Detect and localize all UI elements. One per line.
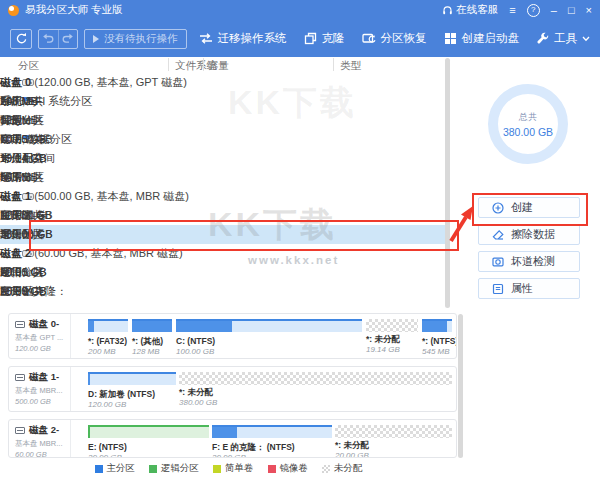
simple-volume-swatch [213, 465, 221, 473]
redo-button[interactable] [59, 30, 78, 48]
primary-partition-swatch [95, 465, 103, 473]
pending-operations-label: 没有待执行操作 [104, 32, 178, 46]
partition-recovery-label: 分区恢复 [381, 31, 427, 46]
surface-test-button[interactable]: 坏道检测 [478, 251, 580, 272]
partition-block[interactable]: F: E 的克隆： (NTFS) 20.00 GB [212, 425, 332, 438]
disk-map-2-info: 磁盘 2- 基本盘 MBR... 60.00 GB [9, 420, 71, 457]
partition-row[interactable]: F: E 的克隆： NTFS 15.89 GB 可用，共 20.00 GB 主分… [0, 282, 446, 301]
app-logo-icon [8, 5, 19, 16]
bootable-disk-icon [444, 32, 457, 45]
partition-row[interactable]: *: NTFS 86 MB 可用，共 545 MB 还原分区 [0, 168, 446, 187]
diskmap-scrollbar[interactable] [458, 314, 463, 458]
partition-recovery-button[interactable]: 分区恢复 [362, 31, 427, 46]
properties-button[interactable]: 属性 [478, 278, 580, 299]
partition-row[interactable]: D: 新加卷 NTFS 118.37 GB 可用，共 120.00 GB 主分区 [0, 206, 446, 225]
migrate-os-button[interactable]: 迁移操作系统 [199, 31, 287, 46]
undo-icon [42, 33, 54, 44]
disk-check-icon [492, 256, 504, 268]
wipe-data-button[interactable]: 擦除数据 [478, 224, 580, 245]
partition-row[interactable]: *: 其他 0 Byte 可用，共 128 MB 保留分区 [0, 111, 446, 130]
disk-name: 磁盘 2 [0, 247, 31, 259]
unallocated-block[interactable]: *: 未分配 19.14 GB [366, 319, 418, 332]
toolbar: 没有待执行操作 迁移操作系统 克隆 [0, 20, 600, 57]
header-divider [333, 58, 334, 71]
properties-label: 属性 [511, 281, 533, 296]
unallocated-swatch [322, 465, 330, 473]
partition-block[interactable]: *: (NTFS) 545 MB [422, 319, 452, 332]
donut-label: 总共 [519, 111, 537, 124]
close-button[interactable]: × [586, 0, 592, 20]
apply-pending-operations-button[interactable]: 没有待执行操作 [84, 29, 187, 49]
disk-map-size: 60.00 GB [15, 450, 70, 458]
disk-group-row[interactable]: 磁盘 1 (500.00 GB, 基本盘, MBR 磁盘) [0, 187, 446, 206]
mirror-volume-swatch [268, 465, 276, 473]
used-space [132, 321, 172, 332]
bootable-disk-label: 创建启动盘 [462, 31, 520, 46]
partition-row[interactable]: * 未分配 19.14 GB 可用，共 19.14 GB 未使用空间 [0, 149, 446, 168]
partition-legend: 主分区 逻辑分区 简单卷 镜像卷 未分配 [0, 462, 457, 475]
disk-map-name: 磁盘 0- [29, 318, 59, 331]
wrench-icon [536, 32, 549, 45]
disk-detail: (500.00 GB, 基本盘, MBR 磁盘) [34, 190, 189, 202]
titlebar: 易我分区大师 专业版 在线客服 ≡ ? – □ × [0, 0, 600, 20]
disk-group-row[interactable]: 磁盘 0 (120.00 GB, 基本盘, GPT 磁盘) [0, 73, 446, 92]
partition-block[interactable]: *: (其他) 128 MB [132, 319, 172, 332]
used-space [88, 374, 90, 385]
minimize-button[interactable]: – [551, 0, 557, 20]
used-space [88, 321, 94, 332]
disk-map-type: 基本盘 GPT ... [15, 333, 70, 343]
online-service-button[interactable]: 在线客服 [442, 3, 498, 17]
create-button[interactable]: 创建 [478, 197, 580, 218]
partition-row[interactable]: *: FAT32 168 MB 可用，共 200 MB 系统, EFI 系统分区 [0, 92, 446, 111]
headset-icon [442, 5, 453, 16]
partition-block[interactable]: C: (NTFS) 100.00 GB [176, 319, 362, 332]
play-icon [93, 35, 99, 43]
disk-map-type: 基本盘 MBR... [15, 439, 70, 449]
partition-block[interactable]: E: (NTFS) 20.00 GB [88, 425, 209, 438]
partition-block[interactable]: *: (FAT32) 200 MB [88, 319, 128, 332]
partition-block[interactable]: D: 新加卷 (NTFS) 120.00 GB [88, 372, 176, 385]
disk-detail: (120.00 GB, 基本盘, GPT 磁盘) [34, 76, 187, 88]
logical-partition-swatch [149, 465, 157, 473]
partition-row[interactable]: E: NTFS 19.91 GB 可用，共 20.00 GB 逻辑分区 [0, 263, 446, 282]
disk-map-0: 磁盘 0- 基本盘 GPT ... 120.00 GB *: (FAT32) 2… [8, 313, 457, 359]
drive-icon [15, 374, 25, 381]
table-scrollbar[interactable] [445, 58, 450, 308]
disk-map-1-info: 磁盘 1- 基本盘 MBR... 500.00 GB [9, 367, 71, 411]
unallocated-block[interactable]: *: 未分配 20.00 GB [335, 425, 452, 438]
used-space [176, 321, 232, 332]
disk-map-size: 120.00 GB [15, 344, 70, 353]
maximize-button[interactable]: □ [568, 0, 575, 20]
partition-row[interactable]: C: NTFS 70.65 GB 可用，共 100.00 GB 启动, 数据分区 [0, 130, 446, 149]
header-divider [203, 58, 204, 71]
disk-name: 磁盘 0 [0, 76, 31, 88]
column-capacity: 容量 [208, 58, 229, 73]
help-icon[interactable]: ? [527, 4, 540, 17]
refresh-button[interactable] [10, 29, 32, 49]
plus-circle-icon [492, 202, 504, 214]
disk-name: 磁盘 1 [0, 190, 31, 202]
wipe-data-label: 擦除数据 [511, 227, 555, 242]
drive-icon [15, 427, 25, 434]
disk-map-name: 磁盘 2- [29, 424, 59, 437]
tools-menu-button[interactable]: 工具 [536, 31, 590, 46]
migrate-os-icon [199, 32, 213, 45]
disk-map-size: 500.00 GB [15, 397, 70, 406]
create-bootable-disk-button[interactable]: 创建启动盘 [444, 31, 520, 46]
unallocated-block[interactable]: *: 未分配 380.00 GB [179, 372, 452, 385]
used-space [422, 321, 447, 332]
app-window: 易我分区大师 专业版 在线客服 ≡ ? – □ × [0, 0, 600, 480]
header-divider [168, 58, 169, 71]
used-space [212, 427, 237, 438]
redo-icon [62, 33, 74, 44]
disk-group-row[interactable]: 磁盘 2 (60.00 GB, 基本盘, MBR 磁盘) [0, 244, 446, 263]
undo-redo-group [38, 29, 78, 49]
partition-table: 磁盘 0 (120.00 GB, 基本盘, GPT 磁盘) *: FAT32 1… [0, 73, 446, 301]
disk-map-1: 磁盘 1- 基本盘 MBR... 500.00 GB D: 新加卷 (NTFS)… [8, 366, 457, 412]
partition-row-selected[interactable]: * 未分配 380.00 GB 可用，共 380.00 GB 逻辑分区 [0, 225, 446, 244]
clone-icon [304, 32, 317, 45]
menu-icon[interactable]: ≡ [509, 0, 515, 20]
undo-button[interactable] [39, 30, 59, 48]
clone-button[interactable]: 克隆 [304, 31, 345, 46]
column-partition: 分区 [18, 58, 39, 73]
